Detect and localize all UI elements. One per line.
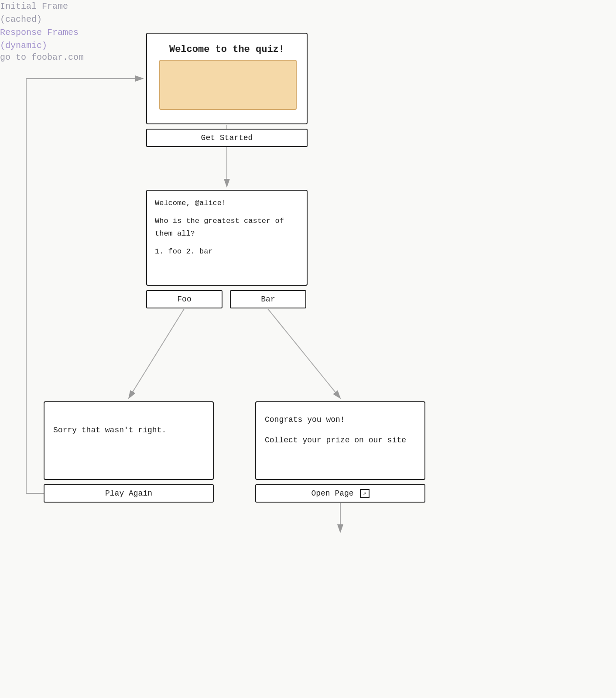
response-line1: Welcome, @alice! <box>155 197 284 210</box>
response-frames-label: Response Frames (dynamic) <box>0 26 616 52</box>
response-text: Welcome, @alice! Who is the greatest cas… <box>155 197 284 258</box>
play-again-button[interactable]: Play Again <box>44 484 214 503</box>
response-line4: 1. foo 2. bar <box>155 246 284 258</box>
wrong-answer-text: Sorry that wasn't right. <box>53 424 166 437</box>
wrong-answer-frame: Sorry that wasn't right. <box>44 401 214 480</box>
get-started-label: Get Started <box>201 133 253 142</box>
svg-line-3 <box>268 309 340 398</box>
bar-label: Bar <box>261 295 275 304</box>
external-link-icon: ↗ <box>360 489 370 498</box>
response-line2: Who is the greatest caster of <box>155 215 284 228</box>
initial-frame-box: Welcome to the quiz! <box>146 33 308 124</box>
initial-frame-label: Initial Frame (cached) <box>0 0 616 26</box>
foo-label: Foo <box>177 295 191 304</box>
bar-button[interactable]: Bar <box>230 290 306 308</box>
foobar-label: go to foobar.com <box>0 52 616 62</box>
response-frame-box: Welcome, @alice! Who is the greatest cas… <box>146 190 308 286</box>
foo-button[interactable]: Foo <box>146 290 222 308</box>
welcome-title: Welcome to the quiz! <box>147 42 307 57</box>
open-page-label: Open Page <box>311 489 353 498</box>
open-page-button[interactable]: Open Page ↗ <box>255 484 425 503</box>
get-started-button[interactable]: Get Started <box>146 129 308 147</box>
win-text: Congrats you won! Collect your prize on … <box>265 413 406 447</box>
win-line3: Collect your prize on our site <box>265 434 406 447</box>
welcome-image-placeholder <box>159 60 297 110</box>
response-line3: them all? <box>155 228 284 240</box>
svg-line-2 <box>129 309 184 398</box>
win-frame-box: Congrats you won! Collect your prize on … <box>255 401 425 480</box>
win-line1: Congrats you won! <box>265 413 406 427</box>
play-again-label: Play Again <box>105 489 152 498</box>
